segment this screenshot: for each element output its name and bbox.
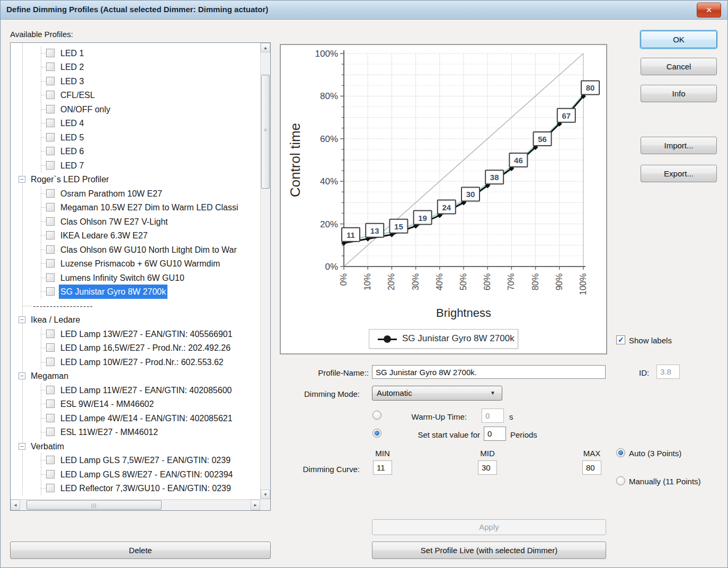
tree-item-row[interactable]: LED Lamp 11W/E27 - EAN/GTIN: 402085600 bbox=[11, 383, 260, 397]
import-button[interactable]: Import... bbox=[641, 137, 717, 154]
tree-item-row[interactable]: ESL 11W/E27 - MM46012 bbox=[11, 425, 260, 439]
tree-item-label[interactable]: Clas Ohlson 6W GU10 North Litght Dim to … bbox=[60, 243, 237, 257]
tree-item-row[interactable]: Lumens Infinity Switch 6W GU10 bbox=[11, 271, 260, 285]
tree-item-checkbox[interactable] bbox=[46, 400, 55, 408]
tree-group-row[interactable]: −Verbatim bbox=[11, 439, 260, 454]
tree-item-checkbox[interactable] bbox=[46, 287, 55, 296]
tree-item-label[interactable]: CFL/ESL bbox=[60, 88, 95, 102]
tree-group-row[interactable]: −Megaman bbox=[11, 369, 260, 383]
tree-item-label[interactable]: LED 1 bbox=[60, 46, 84, 60]
tree-group-label[interactable]: Megaman bbox=[31, 369, 68, 383]
tree-item-row[interactable]: IKEA Ledare 6.3W E27 bbox=[11, 228, 260, 243]
tree-item-label[interactable]: IKEA Ledare 6.3W E27 bbox=[60, 228, 148, 243]
tree-item-label[interactable]: ON/OFF only bbox=[60, 102, 110, 117]
tree-item-row[interactable]: LED Lamp 10W/E27 - Prod.Nr.: 602.553.62 bbox=[11, 355, 260, 369]
info-button[interactable]: Info bbox=[641, 85, 717, 102]
tree-item-label[interactable]: LED 6 bbox=[60, 144, 84, 158]
tree-item-label[interactable]: LED Lampe 4W/E14 - EAN/GTIN: 402085621 bbox=[60, 411, 233, 425]
tree-item-row[interactable]: SG Junistar Gyro 8W 2700k bbox=[11, 285, 260, 299]
vertical-scroll-thumb[interactable]: ≡ bbox=[261, 75, 270, 189]
dimming-mode-select[interactable]: Automatic ▼ bbox=[372, 386, 502, 401]
tree-item-checkbox[interactable] bbox=[46, 358, 55, 366]
warm-up-radio[interactable] bbox=[372, 411, 381, 420]
tree-item-checkbox[interactable] bbox=[46, 231, 55, 239]
tree-item-row[interactable]: LED 6 bbox=[11, 144, 260, 158]
tree-item-row[interactable]: LED 7 bbox=[11, 158, 260, 173]
tree-item-label[interactable]: ESL 9W/E14 - MM46602 bbox=[60, 397, 154, 411]
tree-item-label[interactable]: Lumens Infinity Switch 6W GU10 bbox=[60, 271, 184, 285]
tree-item-checkbox[interactable] bbox=[46, 119, 55, 127]
horizontal-scroll-thumb[interactable]: ||| bbox=[26, 500, 162, 510]
tree-item-label[interactable]: SG Junistar Gyro 8W 2700k bbox=[59, 285, 167, 299]
tree-horizontal-scrollbar[interactable]: ◄ ||| ► bbox=[11, 499, 260, 510]
scroll-left-icon[interactable]: ◄ bbox=[11, 500, 20, 510]
tree-item-label[interactable]: LED Lamp GLS 8W/E27 - EAN/GTIN: 002394 bbox=[60, 467, 233, 482]
tree-group-row[interactable]: −Ikea / Ledare bbox=[11, 313, 260, 327]
dimming-curve-min-field[interactable] bbox=[373, 460, 392, 475]
tree-item-label[interactable]: LED 2 bbox=[60, 60, 84, 74]
tree-item-checkbox[interactable] bbox=[46, 456, 55, 464]
ok-button[interactable]: OK bbox=[641, 31, 717, 48]
collapse-minus-icon[interactable]: − bbox=[19, 443, 25, 450]
tree-item-label[interactable]: LED Lamp 16,5W/E27 - Prod.Nr.: 202.492.2… bbox=[60, 341, 230, 355]
tree-item-label[interactable]: LED 5 bbox=[60, 130, 84, 145]
tree-group-label[interactable]: Verbatim bbox=[31, 439, 64, 454]
tree-item-checkbox[interactable] bbox=[46, 63, 55, 71]
close-icon[interactable]: ✕ bbox=[697, 3, 721, 17]
dimming-curve-max-field[interactable] bbox=[582, 460, 601, 475]
tree-item-checkbox[interactable] bbox=[46, 386, 55, 394]
tree-item-row[interactable]: CFL/ESL bbox=[11, 88, 260, 102]
tree-item-checkbox[interactable] bbox=[46, 414, 55, 422]
tree-item-row[interactable]: LED Lamp 13W/E27 - EAN/GTIN: 405566901 bbox=[11, 327, 260, 341]
scroll-up-icon[interactable]: ▲ bbox=[261, 43, 270, 52]
auto-points-radio[interactable] bbox=[616, 448, 625, 457]
tree-vertical-scrollbar[interactable]: ▲ ≡ ▼ bbox=[260, 43, 270, 499]
tree-item-checkbox[interactable] bbox=[46, 245, 55, 254]
tree-item-checkbox[interactable] bbox=[46, 273, 55, 282]
tree-item-label[interactable]: LED 3 bbox=[60, 74, 84, 88]
tree-item-row[interactable]: Megaman 10.5W E27 Dim to Warm LED Classi bbox=[11, 200, 260, 215]
tree-item-checkbox[interactable] bbox=[46, 91, 55, 99]
tree-item-checkbox[interactable] bbox=[46, 343, 55, 352]
tree-item-checkbox[interactable] bbox=[46, 484, 55, 492]
tree-item-row[interactable]: ------------------ bbox=[11, 299, 260, 313]
start-value-field[interactable] bbox=[484, 427, 506, 441]
tree-group-label[interactable]: Roger`s LED Profiler bbox=[31, 172, 109, 187]
tree-item-label[interactable]: ESL 11W/E27 - MM46012 bbox=[60, 425, 158, 439]
tree-item-row[interactable]: ESL 9W/E14 - MM46602 bbox=[11, 397, 260, 411]
profile-name-input[interactable] bbox=[372, 365, 606, 379]
tree-group-row[interactable]: −Roger`s LED Profiler bbox=[11, 172, 260, 187]
set-profile-live-button[interactable]: Set Profile Live (with selected Dimmer) bbox=[372, 542, 606, 559]
tree-item-checkbox[interactable] bbox=[46, 49, 55, 57]
tree-item-row[interactable]: LED Lamp GLS 8W/E27 - EAN/GTIN: 002394 bbox=[11, 467, 260, 482]
tree-item-label[interactable]: Osram Parathom 10W E27 bbox=[60, 187, 162, 201]
tree-item-row[interactable]: LED Lampe 4W/E14 - EAN/GTIN: 402085621 bbox=[11, 411, 260, 425]
cancel-button[interactable]: Cancel bbox=[641, 58, 717, 75]
manual-points-radio[interactable] bbox=[616, 476, 625, 485]
collapse-minus-icon[interactable]: − bbox=[19, 372, 25, 379]
tree-item-row[interactable]: Clas Ohlson 6W GU10 North Litght Dim to … bbox=[11, 243, 260, 257]
tree-item-label[interactable]: Luzense Prismacob + 6W GU10 Warmdim bbox=[60, 256, 220, 271]
show-labels-checkbox[interactable] bbox=[616, 335, 625, 344]
tree-item-row[interactable]: LED 2 bbox=[11, 60, 260, 74]
tree-item-label[interactable]: LED Reflector 7,3W/GU10 - EAN/GTIN: 0239 bbox=[60, 481, 231, 495]
tree-item-label[interactable]: LED 7 bbox=[60, 158, 84, 173]
tree-item-row[interactable]: ON/OFF only bbox=[11, 102, 260, 117]
collapse-minus-icon[interactable]: − bbox=[19, 176, 25, 183]
tree-item-row[interactable]: Osram Parathom 10W E27 bbox=[11, 187, 260, 201]
tree-item-label[interactable]: Megaman 10.5W E27 Dim to Warm LED Classi bbox=[60, 200, 238, 215]
tree-item-checkbox[interactable] bbox=[46, 217, 55, 226]
tree-item-checkbox[interactable] bbox=[46, 203, 55, 211]
tree-item-checkbox[interactable] bbox=[46, 330, 55, 338]
scroll-down-icon[interactable]: ▼ bbox=[261, 490, 270, 499]
tree-item-label[interactable]: LED Lamp 13W/E27 - EAN/GTIN: 405566901 bbox=[60, 327, 233, 341]
delete-button[interactable]: Delete bbox=[10, 542, 271, 559]
tree-item-checkbox[interactable] bbox=[46, 147, 55, 155]
start-value-radio[interactable] bbox=[372, 429, 381, 438]
apply-button[interactable]: Apply bbox=[372, 519, 606, 535]
tree-item-label[interactable]: LED Lamp GLS 7,5W/E27 - EAN/GTIN: 0239 bbox=[60, 453, 230, 467]
tree-item-checkbox[interactable] bbox=[46, 189, 55, 198]
scroll-right-icon[interactable]: ► bbox=[251, 500, 260, 510]
tree-item-row[interactable]: LED 5 bbox=[11, 130, 260, 145]
tree-item-row[interactable]: LED 4 bbox=[11, 116, 260, 130]
